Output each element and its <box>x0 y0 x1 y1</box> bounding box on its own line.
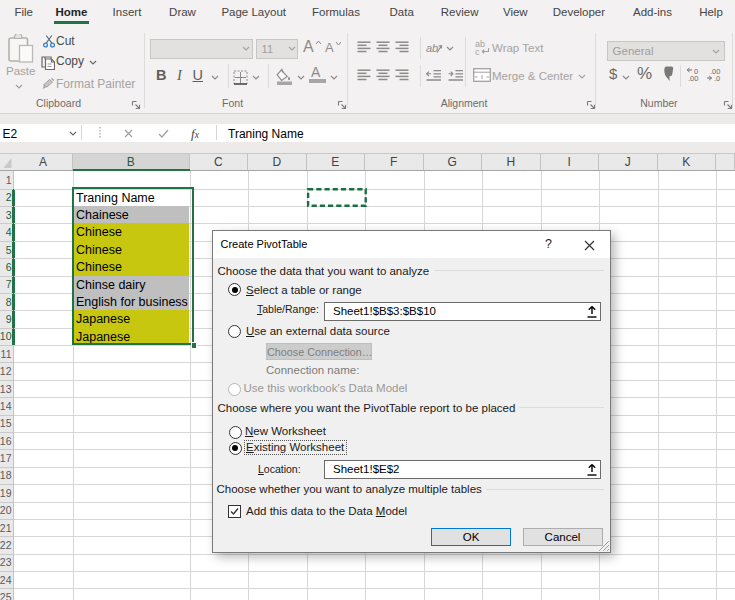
svg-text:ab: ab <box>426 42 438 54</box>
svg-text:c: c <box>475 47 480 55</box>
svg-text:.0: .0 <box>714 74 720 82</box>
svg-text:.00: .00 <box>688 74 698 82</box>
